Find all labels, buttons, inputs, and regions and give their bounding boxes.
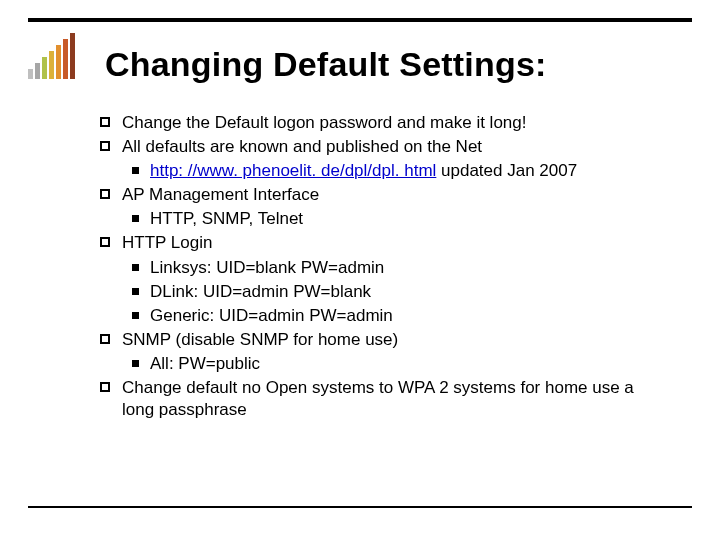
bullet-level-2: HTTP, SNMP, Telnet (100, 208, 670, 230)
bullet-text: DLink: UID=admin PW=blank (150, 282, 371, 301)
bullet-text: AP Management Interface (122, 185, 319, 204)
bar (63, 39, 68, 79)
bullet-level-1: SNMP (disable SNMP for home use) (100, 329, 670, 351)
bullet-level-2: http: //www. phenoelit. de/dpl/dpl. html… (100, 160, 670, 182)
bottom-rule (28, 506, 692, 508)
bullet-text: updated Jan 2007 (436, 161, 577, 180)
bar (56, 45, 61, 79)
bullet-text: All: PW=public (150, 354, 260, 373)
bullet-level-1: HTTP Login (100, 232, 670, 254)
bar (49, 51, 54, 79)
bullet-text: SNMP (disable SNMP for home use) (122, 330, 398, 349)
bar (42, 57, 47, 79)
bullet-level-2: Generic: UID=admin PW=admin (100, 305, 670, 327)
bullet-text: HTTP Login (122, 233, 212, 252)
bullet-level-1: AP Management Interface (100, 184, 670, 206)
hyperlink[interactable]: http: //www. phenoelit. de/dpl/dpl. html (150, 161, 436, 180)
bullet-level-2: All: PW=public (100, 353, 670, 375)
top-rule (28, 18, 692, 22)
bullet-level-1: All defaults are known and published on … (100, 136, 670, 158)
decorative-bars (28, 33, 75, 79)
bullet-text: All defaults are known and published on … (122, 137, 482, 156)
slide-title: Changing Default Settings: (105, 46, 680, 83)
bullet-text: Generic: UID=admin PW=admin (150, 306, 393, 325)
bullet-text: Linksys: UID=blank PW=admin (150, 258, 384, 277)
bullet-level-1: Change the Default logon password and ma… (100, 112, 670, 134)
bar (70, 33, 75, 79)
bar (35, 63, 40, 79)
bar (28, 69, 33, 79)
bullet-text: HTTP, SNMP, Telnet (150, 209, 303, 228)
bullet-list: Change the Default logon password and ma… (100, 112, 670, 423)
bullet-level-2: DLink: UID=admin PW=blank (100, 281, 670, 303)
bullet-level-2: Linksys: UID=blank PW=admin (100, 257, 670, 279)
bullet-level-1: Change default no Open systems to WPA 2 … (100, 377, 670, 421)
bullet-text: Change the Default logon password and ma… (122, 113, 526, 132)
bullet-text: Change default no Open systems to WPA 2 … (122, 378, 634, 419)
